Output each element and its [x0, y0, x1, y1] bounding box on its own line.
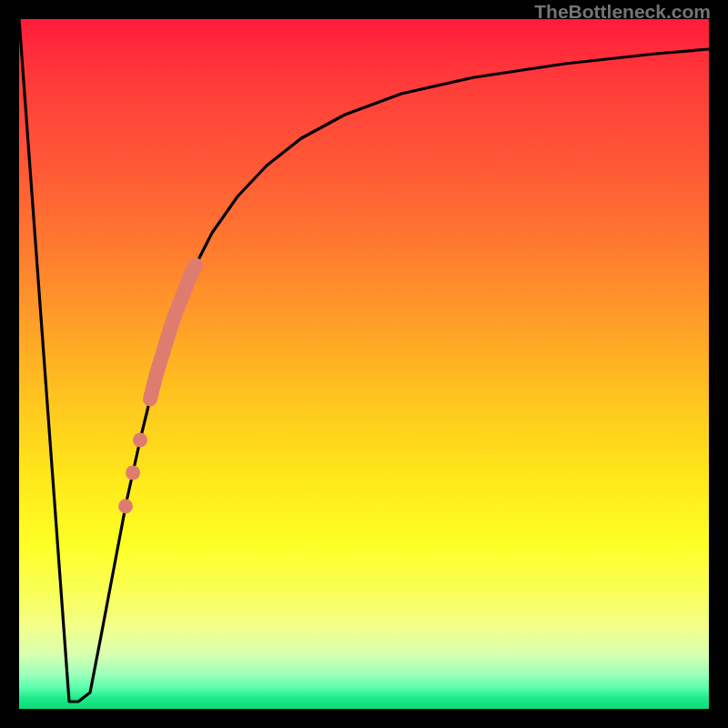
marker-dot-2 [118, 499, 133, 513]
marker-segment [150, 265, 196, 399]
marker-dot-0 [133, 433, 147, 448]
curve-markers [118, 265, 196, 513]
bottleneck-curve [19, 19, 709, 702]
marker-dot-1 [126, 466, 140, 480]
attribution-text: TheBottleneck.com [534, 1, 711, 23]
chart-container: TheBottleneck.com [0, 0, 728, 728]
chart-svg [19, 19, 709, 709]
